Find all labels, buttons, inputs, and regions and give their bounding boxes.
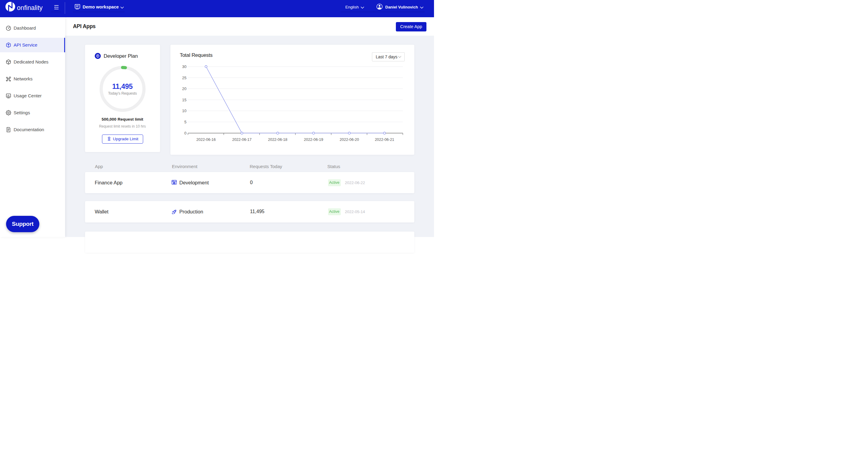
- svg-text:2022-06-17: 2022-06-17: [232, 137, 251, 141]
- svg-text:2022-06-21: 2022-06-21: [375, 137, 394, 141]
- svg-text:15: 15: [182, 97, 186, 102]
- svg-text:0: 0: [184, 131, 186, 135]
- svg-text:5: 5: [184, 120, 186, 124]
- svg-text:10: 10: [182, 108, 186, 113]
- svg-text:25: 25: [182, 75, 186, 80]
- svg-text:2022-06-20: 2022-06-20: [340, 137, 359, 141]
- svg-text:2022-06-16: 2022-06-16: [196, 137, 216, 141]
- svg-text:2022-06-18: 2022-06-18: [268, 137, 287, 141]
- svg-text:30: 30: [182, 64, 186, 69]
- svg-text:2022-06-19: 2022-06-19: [304, 137, 323, 141]
- svg-text:20: 20: [182, 87, 186, 91]
